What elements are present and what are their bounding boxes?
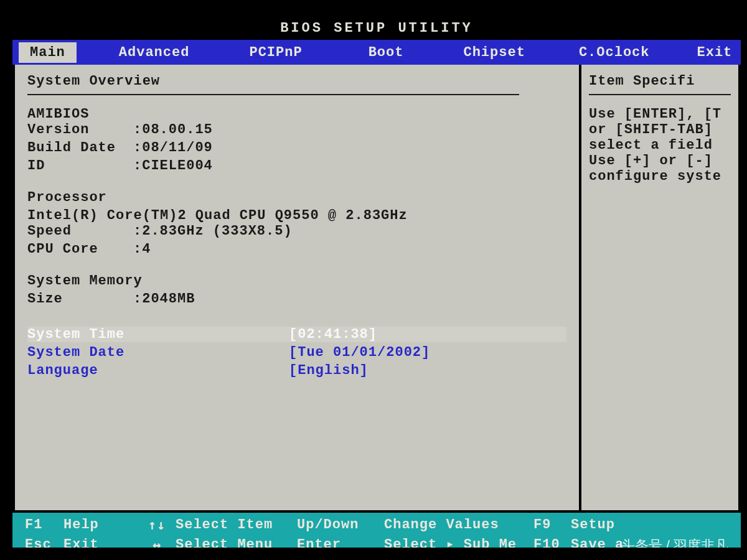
memory-size-label: Size <box>27 291 133 307</box>
language-label: Language <box>27 363 289 378</box>
memory-heading: System Memory <box>27 273 566 289</box>
speed-value: :2.83GHz (333X8.5) <box>133 223 566 239</box>
menu-tab-pcipnp[interactable]: PCIPnP <box>238 42 313 63</box>
main-panel: System Overview AMIBIOS Version :08.00.1… <box>15 65 581 510</box>
hint-key-updown: Up/Down <box>297 515 384 535</box>
system-date-value: [Tue 01/01/2002] <box>289 345 430 360</box>
system-date-row[interactable]: System Date [Tue 01/01/2002] <box>27 345 566 360</box>
system-time-value: [02:41:38] <box>289 327 377 342</box>
language-row[interactable]: Language [English] <box>27 363 566 378</box>
hint-key-f10: F10 <box>533 535 571 548</box>
help-panel: Item Specifi Use [ENTER], [T or [SHIFT-T… <box>581 65 738 510</box>
id-value: :CIELE004 <box>133 158 566 174</box>
system-date-label: System Date <box>27 345 289 360</box>
menu-bar: Main Advanced PCIPnP Boot Chipset C.Oclo… <box>12 40 741 65</box>
processor-heading: Processor <box>27 190 566 205</box>
footer-hints: F1 Help ↑↓ Select Item Up/Down Change Va… <box>12 513 741 548</box>
watermark-text: 头条号 / 羽度非凡 <box>621 536 728 548</box>
help-heading: Item Specifi <box>589 73 731 89</box>
help-line: Use [+] or [-] <box>589 153 731 169</box>
help-line: configure syste <box>589 169 731 184</box>
system-overview-heading: System Overview <box>27 73 566 89</box>
hint-action-change-values: Change Values <box>384 515 533 535</box>
arrows-updown-icon: ↑↓ <box>138 515 176 535</box>
menu-tab-boot[interactable]: Boot <box>357 42 415 63</box>
processor-name: Intel(R) Core(TM)2 Quad CPU Q9550 @ 2.83… <box>27 208 566 223</box>
hint-action-setup: Setup <box>571 515 728 535</box>
id-label: ID <box>27 158 133 174</box>
hint-key-f1: F1 <box>25 515 63 535</box>
help-divider <box>589 94 731 95</box>
menu-tab-advanced[interactable]: Advanced <box>108 42 201 63</box>
system-time-label: System Time <box>27 327 289 342</box>
menu-tab-exit[interactable]: Exit <box>686 42 741 63</box>
hint-key-enter: Enter <box>297 535 384 548</box>
version-value: :08.00.15 <box>133 122 566 138</box>
system-time-row[interactable]: System Time [02:41:38] <box>27 327 566 342</box>
help-line: Use [ENTER], [T <box>589 106 731 122</box>
help-line: select a field <box>589 138 731 153</box>
arrows-leftright-icon: ↔ <box>138 535 176 548</box>
help-line: or [SHIFT-TAB] <box>589 122 731 138</box>
menu-tab-coclock[interactable]: C.Oclock <box>568 42 661 63</box>
hint-action-select-item: Select Item <box>176 515 297 535</box>
menu-tab-chipset[interactable]: Chipset <box>452 42 536 63</box>
hint-key-esc: Esc <box>25 535 63 548</box>
memory-size-value: :2048MB <box>133 291 566 307</box>
hint-action-select-sub: Select ▸ Sub Me <box>384 535 533 548</box>
language-value: [English] <box>289 363 369 378</box>
amibios-heading: AMIBIOS <box>27 106 566 122</box>
divider <box>27 94 519 95</box>
build-date-label: Build Date <box>27 140 133 156</box>
menu-tab-main[interactable]: Main <box>19 42 77 63</box>
version-label: Version <box>27 122 133 138</box>
cpu-core-value: :4 <box>133 241 566 257</box>
hint-action-help: Help <box>63 515 138 535</box>
bios-title: BIOS SETUP UTILITY <box>12 17 741 40</box>
hint-action-exit: Exit <box>63 535 138 548</box>
cpu-core-label: CPU Core <box>27 241 133 257</box>
build-date-value: :08/11/09 <box>133 140 566 156</box>
hint-key-f9: F9 <box>533 515 571 535</box>
speed-label: Speed <box>27 223 133 239</box>
hint-action-select-menu: Select Menu <box>176 535 297 548</box>
